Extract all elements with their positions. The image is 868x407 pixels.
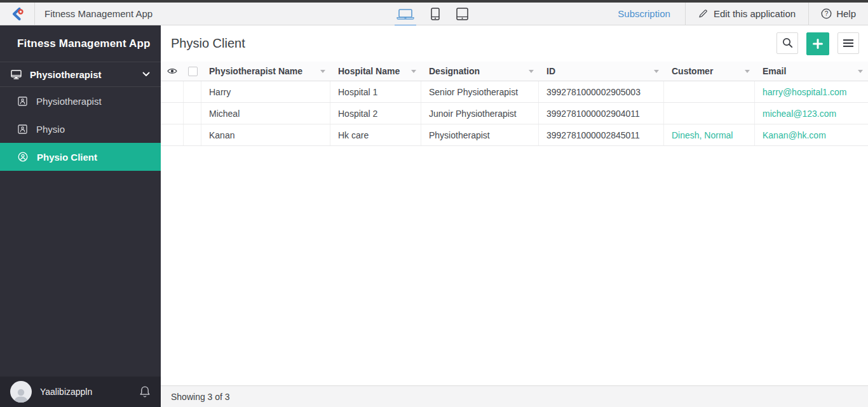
column-label: Email: [763, 66, 786, 76]
plus-icon: [813, 39, 823, 49]
column-header-email[interactable]: Email: [755, 62, 868, 81]
help-icon: ?: [821, 8, 832, 19]
column-header-designation[interactable]: Designation: [421, 62, 539, 81]
cell-hospital-name[interactable]: Hospital 2: [330, 103, 421, 124]
subscription-link[interactable]: Subscription: [603, 3, 685, 25]
sidebar-section-label: Physiotherapist: [30, 69, 102, 80]
table-row[interactable]: Harry Hospital 1 Senior Physiotherapist …: [161, 81, 868, 103]
row-eye-cell: [161, 124, 184, 145]
form-report-icon: [18, 97, 27, 106]
phone-preview-tab[interactable]: [431, 3, 440, 25]
monitor-icon: [11, 70, 22, 79]
cell-physiotherapist-name[interactable]: Harry: [201, 81, 330, 102]
row-eye-cell: [161, 81, 184, 102]
help-label: Help: [836, 8, 856, 19]
help-button[interactable]: ? Help: [808, 3, 868, 25]
cell-id[interactable]: 3992781000002845011: [539, 124, 664, 145]
column-label: Customer: [672, 66, 713, 76]
report-header: Physio Client: [161, 25, 868, 62]
search-button[interactable]: [776, 32, 798, 54]
column-menu-caret-icon[interactable]: [745, 70, 750, 73]
column-menu-caret-icon[interactable]: [529, 70, 534, 73]
bell-icon: [139, 385, 151, 398]
notifications-button[interactable]: [139, 385, 151, 398]
column-menu-caret-icon[interactable]: [858, 70, 863, 73]
table-header-row: Physiotherapist Name Hospital Name Desig…: [161, 62, 868, 81]
person-silhouette-icon: [13, 387, 29, 403]
column-label: Physiotherapist Name: [209, 66, 302, 76]
cell-customer[interactable]: [664, 103, 755, 124]
column-label: Designation: [429, 66, 480, 76]
cell-id[interactable]: 3992781000002905003: [539, 81, 664, 102]
form-report-icon: [18, 124, 27, 134]
select-all-checkbox[interactable]: [188, 67, 198, 76]
laptop-icon: [397, 9, 414, 20]
sidebar-item-label: Physio: [36, 124, 65, 135]
cell-physiotherapist-name[interactable]: Micheal: [201, 103, 330, 124]
sidebar-item-label: Physiotherapist: [36, 96, 102, 107]
sidebar-item-label: Physio Client: [37, 152, 97, 163]
search-icon: [782, 37, 793, 48]
topbar: Fitness Management App Su: [0, 3, 868, 25]
record-count-footer: Showing 3 of 3: [161, 385, 868, 407]
user-circle-icon: [18, 152, 28, 162]
column-menu-caret-icon[interactable]: [411, 70, 416, 73]
sidebar-footer: Yaalibizappln: [0, 377, 161, 407]
cell-customer[interactable]: [664, 81, 755, 102]
user-avatar[interactable]: [10, 381, 32, 403]
cell-id[interactable]: 3992781000002904011: [539, 103, 664, 124]
tablet-preview-tab[interactable]: [456, 3, 468, 25]
topbar-app-title: Fitness Management App: [44, 8, 153, 19]
edit-application-button[interactable]: Edit this application: [685, 3, 808, 25]
sidebar-item-physio[interactable]: Physio: [0, 115, 161, 143]
main-content: Physio Client: [161, 25, 868, 407]
column-label: ID: [546, 66, 555, 76]
zoho-creator-logo[interactable]: [0, 3, 35, 25]
column-header-id[interactable]: ID: [539, 62, 664, 81]
report-actions: [776, 32, 859, 55]
column-header-hospital-name[interactable]: Hospital Name: [330, 62, 421, 81]
sidebar-item-physio-client[interactable]: Physio Client: [0, 143, 161, 171]
cell-hospital-name[interactable]: Hk care: [330, 124, 421, 145]
hamburger-icon: [843, 39, 853, 47]
column-header-physiotherapist-name[interactable]: Physiotherapist Name: [201, 62, 330, 81]
visibility-column-header[interactable]: [161, 62, 184, 81]
row-checkbox-cell[interactable]: [184, 124, 201, 145]
sidebar-item-physiotherapist[interactable]: Physiotherapist: [0, 87, 161, 115]
table-row[interactable]: Micheal Hospital 2 Junoir Physiotherapis…: [161, 103, 868, 124]
edit-application-label: Edit this application: [714, 8, 796, 19]
column-menu-caret-icon[interactable]: [320, 70, 325, 73]
logo-icon: [9, 6, 25, 22]
device-preview-switch: [397, 3, 468, 25]
chevron-down-icon: [142, 72, 150, 77]
cell-designation[interactable]: Physiotherapist: [421, 124, 539, 145]
cell-email-link[interactable]: harry@hospital1.com: [755, 81, 868, 102]
sidebar-app-title: Fitness Management App: [0, 25, 161, 62]
row-checkbox-cell[interactable]: [184, 103, 201, 124]
column-menu-caret-icon[interactable]: [654, 70, 659, 73]
row-checkbox-cell[interactable]: [184, 81, 201, 102]
eye-icon: [167, 67, 177, 75]
svg-text:?: ?: [825, 10, 829, 17]
sidebar: Fitness Management App Physiotherapist P…: [0, 25, 161, 407]
cell-designation[interactable]: Junoir Physiotherapist: [421, 103, 539, 124]
table-row[interactable]: Kanan Hk care Physiotherapist 3992781000…: [161, 124, 868, 146]
record-count-label: Showing 3 of 3: [171, 392, 230, 402]
cell-customer-link[interactable]: Dinesh, Normal: [664, 124, 755, 145]
add-record-button[interactable]: [806, 32, 829, 55]
sidebar-section-physiotherapist[interactable]: Physiotherapist: [0, 62, 161, 87]
cell-designation[interactable]: Senior Physiotherapist: [421, 81, 539, 102]
more-options-button[interactable]: [837, 32, 859, 54]
select-all-cell: [184, 62, 201, 81]
cell-email-link[interactable]: Kanan@hk.com: [755, 124, 868, 145]
pencil-icon: [698, 9, 708, 18]
phone-icon: [431, 8, 440, 20]
page-title: Physio Client: [171, 36, 245, 51]
cell-physiotherapist-name[interactable]: Kanan: [201, 124, 330, 145]
laptop-preview-tab[interactable]: [397, 3, 414, 25]
topbar-right: Subscription Edit this application ? Hel…: [603, 3, 868, 25]
cell-hospital-name[interactable]: Hospital 1: [330, 81, 421, 102]
column-header-customer[interactable]: Customer: [664, 62, 755, 81]
cell-email-link[interactable]: micheal@123.com: [755, 103, 868, 124]
row-eye-cell: [161, 103, 184, 124]
